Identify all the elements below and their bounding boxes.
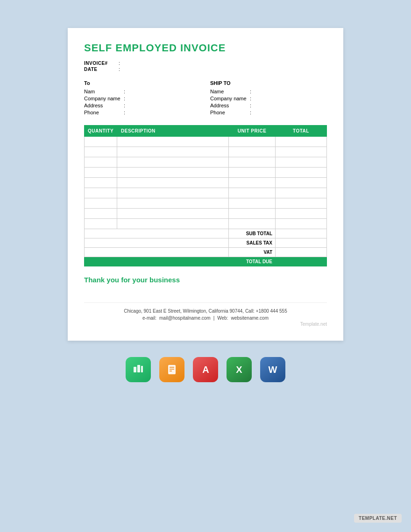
acrobat-icon[interactable]: A bbox=[193, 357, 218, 382]
invoice-meta: INVOICE# : DATE : bbox=[84, 61, 327, 72]
table-row bbox=[85, 198, 327, 209]
table-row bbox=[85, 209, 327, 219]
sub-total-value bbox=[276, 229, 327, 238]
sub-total-label: SUB TOTAL bbox=[229, 229, 276, 238]
svg-rect-2 bbox=[141, 366, 143, 372]
app-icons-section: A X W bbox=[126, 357, 285, 382]
numbers-icon[interactable] bbox=[126, 357, 151, 382]
invoice-number-label: INVOICE# bbox=[84, 61, 117, 66]
table-row bbox=[85, 147, 327, 157]
footer-web-label: Web: bbox=[217, 315, 228, 321]
ship-to-header: SHIP To bbox=[210, 80, 327, 86]
ship-to-address-row: Address : bbox=[210, 103, 327, 108]
footer-email: mail@hospitalname.com bbox=[159, 315, 211, 321]
sales-tax-row: SALES TAX bbox=[85, 238, 327, 248]
total-due-value bbox=[276, 257, 327, 266]
sales-tax-label: SALES TAX bbox=[229, 238, 276, 248]
footer-watermark: Template.net bbox=[84, 322, 327, 327]
table-row bbox=[85, 178, 327, 188]
svg-rect-1 bbox=[137, 365, 140, 372]
invoice-number-colon: : bbox=[119, 61, 120, 66]
invoice-date-label: DATE bbox=[84, 67, 117, 72]
table-row bbox=[85, 157, 327, 168]
ship-to-company-label: Company name bbox=[210, 96, 250, 101]
total-due-label: TOTAL DUE bbox=[229, 257, 276, 266]
ship-to-phone-row: Phone : bbox=[210, 110, 327, 115]
footer-web: websitename.com bbox=[231, 315, 269, 321]
excel-icon[interactable]: X bbox=[227, 357, 252, 382]
subtotal-row: SUB TOTAL bbox=[85, 229, 327, 238]
table-row bbox=[85, 219, 327, 229]
invoice-date-colon: : bbox=[119, 67, 120, 72]
pages-icon[interactable] bbox=[159, 357, 184, 382]
ship-to-company-row: Company name : bbox=[210, 96, 327, 101]
svg-rect-3 bbox=[168, 365, 176, 374]
table-row bbox=[85, 168, 327, 178]
table-row bbox=[85, 137, 327, 147]
template-badge: TEMPLATE.NET bbox=[354, 514, 402, 523]
invoice-document: SELF EMPLOYED INVOICE INVOICE# : DATE : … bbox=[68, 28, 343, 341]
address-section: To Nam : Company name : Address : Phone … bbox=[84, 80, 327, 117]
table-header-unit-price: UNIT PRICE bbox=[229, 126, 276, 137]
invoice-footer: Chicago, 901 East E Street, Wilmington, … bbox=[84, 302, 327, 327]
bill-to-address-label: Address bbox=[84, 103, 124, 108]
vat-label: VAT bbox=[229, 248, 276, 257]
invoice-table: QUANTITY DESCRIPTION UNIT PRICE TOTAL bbox=[84, 125, 327, 266]
vat-value bbox=[276, 248, 327, 257]
footer-email-label: e-mail: bbox=[142, 315, 156, 321]
ship-to-address-label: Address bbox=[210, 103, 250, 108]
bill-to-phone-label: Phone bbox=[84, 110, 124, 115]
footer-contact-line: e-mail: mail@hospitalname.com | Web: web… bbox=[84, 315, 327, 321]
invoice-date-row: DATE : bbox=[84, 67, 327, 72]
invoice-title: SELF EMPLOYED INVOICE bbox=[84, 42, 327, 54]
footer-separator: | bbox=[213, 315, 215, 321]
bill-to-header: To bbox=[84, 80, 201, 86]
ship-to-name-row: Name : bbox=[210, 89, 327, 94]
bill-to-name-label: Nam bbox=[84, 89, 124, 94]
bill-to-phone-row: Phone : bbox=[84, 110, 201, 115]
word-icon[interactable]: W bbox=[260, 357, 285, 382]
thank-you-message: Thank you for your business bbox=[84, 276, 327, 284]
svg-rect-0 bbox=[134, 367, 136, 372]
ship-to-name-label: Name bbox=[210, 89, 250, 94]
bill-to-name-row: Nam : bbox=[84, 89, 201, 94]
invoice-number-row: INVOICE# : bbox=[84, 61, 327, 66]
bill-to-section: To Nam : Company name : Address : Phone … bbox=[84, 80, 210, 117]
bill-to-company-row: Company name : bbox=[84, 96, 201, 101]
footer-address-line: Chicago, 901 East E Street, Wilmington, … bbox=[84, 308, 327, 314]
table-header-quantity: QUANTITY bbox=[85, 126, 117, 137]
table-header-total: TOTAL bbox=[276, 126, 327, 137]
total-due-row: TOTAL DUE bbox=[85, 257, 327, 266]
table-header-description: DESCRIPTION bbox=[117, 126, 229, 137]
ship-to-section: SHIP To Name : Company name : Address : … bbox=[210, 80, 327, 117]
sales-tax-value bbox=[276, 238, 327, 248]
bill-to-address-row: Address : bbox=[84, 103, 201, 108]
ship-to-phone-label: Phone bbox=[210, 110, 250, 115]
bill-to-company-label: Company name bbox=[84, 96, 124, 101]
vat-row: VAT bbox=[85, 248, 327, 257]
table-row bbox=[85, 188, 327, 198]
